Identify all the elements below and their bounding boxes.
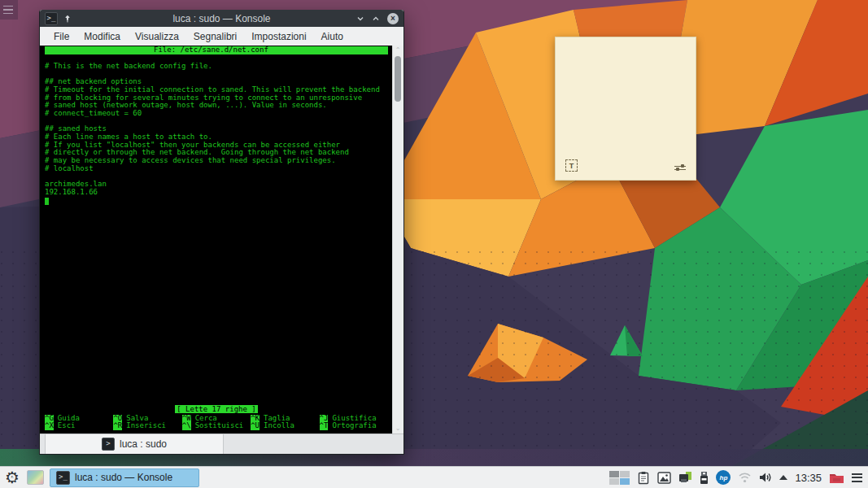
file-content: # This is the net backend config file. #… [45, 54, 392, 197]
expand-tray-icon[interactable] [779, 475, 787, 480]
nano-footer: [ Lette 17 righe ] ^GGuida^OSalva^WCerca… [45, 406, 392, 430]
nano-version: GNU nano 2.5.3 [89, 54, 159, 62]
nano-shortcut-ortografia: ^TOrtografia [320, 422, 388, 430]
virtual-desktop-pager[interactable] [609, 471, 630, 485]
terminal-tab[interactable]: > luca : sudo [45, 434, 224, 454]
taskbar: ⚙ K >_ luca : sudo — Konsole [0, 466, 868, 488]
hp-device-manager-icon[interactable]: hp [716, 470, 731, 485]
nano-shortcut-incolla: ^UIncolla [251, 422, 319, 430]
window-title: luca : sudo — Konsole [118, 13, 325, 24]
system-tray: hp 13:35 [609, 470, 868, 485]
window-terminal-icon: >_ [45, 12, 58, 25]
usb-device-icon[interactable] [700, 471, 709, 485]
nano-shortcut-sostituisci: ^\Sostituisci [182, 422, 251, 430]
nano-titlebar: GNU nano 2.5.3 File: /etc/sane.d/net.con… [45, 46, 388, 54]
kde-k-letter: K [10, 474, 15, 482]
menu-aiuto[interactable]: Aiuto [314, 31, 351, 42]
nano-editor[interactable]: GNU nano 2.5.3 File: /etc/sane.d/net.con… [40, 46, 392, 434]
menu-visualizza[interactable]: Visualizza [128, 31, 186, 42]
red-folder-icon[interactable] [829, 472, 844, 484]
tab-label: luca : sudo [120, 438, 167, 450]
minimize-icon[interactable] [356, 15, 364, 23]
nano-shortcut-inserisci: ^RInserisci [113, 422, 181, 430]
terminal-cursor [45, 198, 49, 205]
menu-bar: FileModificaVisualizzaSegnalibriImpostaz… [40, 27, 403, 46]
menu-modifica[interactable]: Modifica [76, 31, 128, 42]
volume-icon[interactable] [759, 472, 772, 483]
format-text-icon[interactable]: T [565, 159, 578, 172]
konsole-window: >_ luca : sudo — Konsole × FileModificaV… [39, 10, 404, 455]
tab-terminal-icon: > [102, 438, 115, 451]
scroll-down-icon[interactable]: ⌄ [395, 425, 401, 432]
note-settings-icon[interactable] [674, 163, 686, 172]
terminal-scrollbar[interactable]: ⌃ ⌄ [392, 46, 403, 434]
nano-filename: File: /etc/sane.d/net.conf [154, 46, 268, 54]
nano-shortcut-guida: ^GGuida [45, 415, 113, 423]
titlebar[interactable]: >_ luca : sudo — Konsole × [40, 10, 403, 27]
nano-shortcut-esci: ^XEsci [45, 422, 113, 430]
task-button-konsole[interactable]: >_ luca : sudo — Konsole [50, 468, 199, 487]
tab-bar: > luca : sudo [40, 434, 403, 454]
scroll-up-icon[interactable]: ⌃ [395, 47, 401, 54]
nano-shortcut-list: ^GGuida^OSalva^WCerca^KTaglia^JGiustific… [45, 415, 388, 430]
terminal-area[interactable]: GNU nano 2.5.3 File: /etc/sane.d/net.con… [40, 46, 403, 434]
menu-file[interactable]: File [46, 31, 76, 42]
menu-segnalibri[interactable]: Segnalibri [186, 31, 244, 42]
printer-icon[interactable] [678, 471, 692, 484]
desktop-toolbox-button[interactable] [0, 0, 18, 20]
sticky-note-widget[interactable]: T [555, 37, 696, 181]
task-terminal-icon: >_ [56, 471, 70, 485]
wifi-icon[interactable] [738, 472, 752, 483]
maximize-icon[interactable] [372, 15, 380, 23]
clipboard-icon[interactable] [637, 471, 650, 485]
menu-impostazioni[interactable]: Impostazioni [244, 31, 313, 42]
nano-status-message: [ Lette 17 righe ] [45, 406, 388, 414]
image-viewer-icon[interactable] [657, 472, 671, 484]
close-icon[interactable]: × [387, 13, 399, 24]
show-desktop-button[interactable] [27, 470, 44, 485]
clock[interactable]: 13:35 [795, 472, 822, 484]
scrollbar-thumb[interactable] [395, 56, 401, 102]
pin-icon[interactable] [63, 15, 72, 23]
app-launcher-button[interactable]: ⚙ K [2, 468, 22, 487]
task-button-label: luca : sudo — Konsole [75, 472, 172, 483]
desktop: T >_ luca : sudo — Konsole × [0, 0, 868, 466]
panel-menu-icon[interactable] [852, 473, 862, 482]
